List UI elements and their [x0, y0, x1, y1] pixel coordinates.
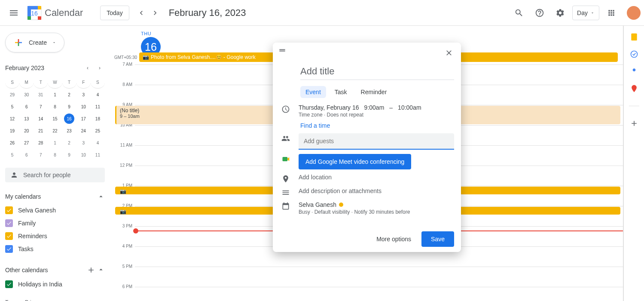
mini-day[interactable]: 18 [91, 113, 105, 125]
event-title-input[interactable] [300, 63, 454, 80]
privacy-link[interactable]: Privacy [25, 299, 42, 301]
mini-day[interactable]: 17 [76, 113, 91, 125]
next-button[interactable] [148, 6, 162, 20]
mini-day[interactable]: 26 [5, 137, 19, 149]
prev-button[interactable] [134, 6, 148, 20]
mini-day[interactable]: 14 [34, 113, 48, 125]
mini-day[interactable]: 3 [76, 137, 91, 149]
hour-row[interactable]: 5 PM [135, 267, 623, 287]
drag-handle-icon[interactable] [278, 46, 287, 60]
main-menu-button[interactable] [3, 3, 24, 23]
event-start[interactable]: 9:00am [364, 104, 385, 111]
my-calendars-header[interactable]: My calendars [5, 189, 105, 204]
chevron-up-icon [97, 193, 105, 200]
calendar-checkbox[interactable] [5, 245, 13, 253]
create-button[interactable]: Create [5, 33, 64, 52]
mini-weekday: M [19, 77, 34, 89]
more-options-button[interactable]: More options [371, 232, 416, 246]
mini-day[interactable]: 4 [91, 89, 105, 101]
mini-day[interactable]: 7 [34, 149, 48, 161]
today-button[interactable]: Today [100, 6, 129, 20]
mini-day-today[interactable]: 16 [64, 114, 74, 124]
mini-day[interactable]: 9 [62, 149, 76, 161]
view-selector[interactable]: Day [572, 6, 599, 20]
mini-day[interactable]: 9 [62, 101, 76, 113]
mini-day[interactable]: 31 [34, 89, 48, 101]
popup-tab-task[interactable]: Task [330, 86, 352, 98]
apps-button[interactable] [603, 4, 620, 22]
mini-day[interactable]: 11 [91, 101, 105, 113]
mini-day[interactable]: 30 [19, 89, 34, 101]
calendar-item[interactable]: Tasks [5, 243, 105, 255]
add-icon[interactable] [87, 266, 95, 274]
calendar-item[interactable]: Holidays in India [5, 278, 105, 291]
add-meet-button[interactable]: Add Google Meet video conferencing [299, 154, 411, 169]
calendar-item[interactable]: Family [5, 217, 105, 230]
mini-day[interactable]: 1 [48, 137, 62, 149]
calendar-checkbox[interactable] [5, 232, 13, 240]
mini-day[interactable]: 22 [48, 125, 62, 137]
close-button[interactable] [442, 46, 456, 60]
mini-day[interactable]: 10 [76, 149, 91, 161]
settings-button[interactable] [552, 4, 569, 22]
mini-day[interactable]: 27 [19, 137, 34, 149]
calendar-checkbox[interactable] [5, 219, 13, 227]
mini-day[interactable]: 10 [76, 101, 91, 113]
other-calendars-header[interactable]: Other calendars [5, 262, 105, 278]
search-people-input[interactable]: Search for people [5, 168, 105, 182]
tasks-icon[interactable] [630, 50, 638, 58]
mini-next-button[interactable]: › [95, 63, 105, 73]
terms-link[interactable]: Terms [5, 299, 19, 301]
mini-day[interactable]: 21 [34, 125, 48, 137]
hour-row[interactable]: 6 PM [135, 287, 623, 301]
mini-day[interactable]: 4 [91, 137, 105, 149]
keep-icon[interactable] [630, 33, 638, 41]
event-end[interactable]: 10:00am [398, 104, 421, 111]
calendar-item[interactable]: Reminders [5, 230, 105, 243]
mini-day[interactable]: 6 [19, 101, 34, 113]
mini-day[interactable]: 24 [76, 125, 91, 137]
popup-tab-event[interactable]: Event [300, 86, 326, 98]
calendar-item[interactable]: Selva Ganesh [5, 204, 105, 217]
mini-day[interactable]: 2 [62, 89, 76, 101]
mini-prev-button[interactable]: ‹ [82, 63, 93, 73]
support-button[interactable] [531, 4, 548, 22]
search-button[interactable] [510, 4, 528, 22]
calendar-checkbox[interactable] [5, 280, 13, 288]
mini-day[interactable]: 23 [62, 125, 76, 137]
mini-day[interactable]: 20 [19, 125, 34, 137]
event-date[interactable]: Thursday, February 16 [299, 104, 359, 111]
mini-day[interactable]: 29 [5, 89, 19, 101]
mini-day[interactable]: 7 [34, 101, 48, 113]
mini-day[interactable]: 15 [48, 113, 62, 125]
maps-icon[interactable] [630, 84, 638, 93]
mini-day[interactable]: 11 [91, 149, 105, 161]
mini-day[interactable]: 6 [19, 149, 34, 161]
mini-day[interactable]: 1 [48, 89, 62, 101]
mini-day[interactable]: 13 [19, 113, 34, 125]
mini-day[interactable]: 2 [62, 137, 76, 149]
mini-day[interactable]: 28 [34, 137, 48, 149]
calendar-checkbox[interactable] [5, 206, 13, 214]
account-avatar[interactable] [627, 6, 641, 20]
mini-day[interactable]: 12 [5, 113, 19, 125]
people-icon [281, 134, 290, 143]
mini-day[interactable]: 8 [48, 149, 62, 161]
contacts-icon[interactable] [630, 67, 638, 76]
add-guests-input[interactable] [299, 133, 454, 150]
add-location[interactable]: Add location [299, 174, 454, 181]
save-button[interactable]: Save [421, 231, 454, 247]
mini-day[interactable]: 19 [5, 125, 19, 137]
timezone-repeat[interactable]: Time zone · Does not repeat [299, 112, 454, 118]
mini-day[interactable]: 5 [5, 149, 19, 161]
mini-day[interactable]: 3 [76, 89, 91, 101]
mini-day[interactable]: 5 [5, 101, 19, 113]
busy-visibility[interactable]: Busy · Default visibility · Notify 30 mi… [299, 209, 454, 215]
add-panel-icon[interactable] [630, 119, 638, 128]
mini-day[interactable]: 8 [48, 101, 62, 113]
popup-tab-reminder[interactable]: Reminder [356, 86, 392, 98]
find-time-link[interactable]: Find a time [300, 122, 454, 129]
mini-day[interactable]: 25 [91, 125, 105, 137]
add-description[interactable]: Add description or attachments [299, 187, 454, 194]
chevron-down-icon [52, 40, 56, 45]
